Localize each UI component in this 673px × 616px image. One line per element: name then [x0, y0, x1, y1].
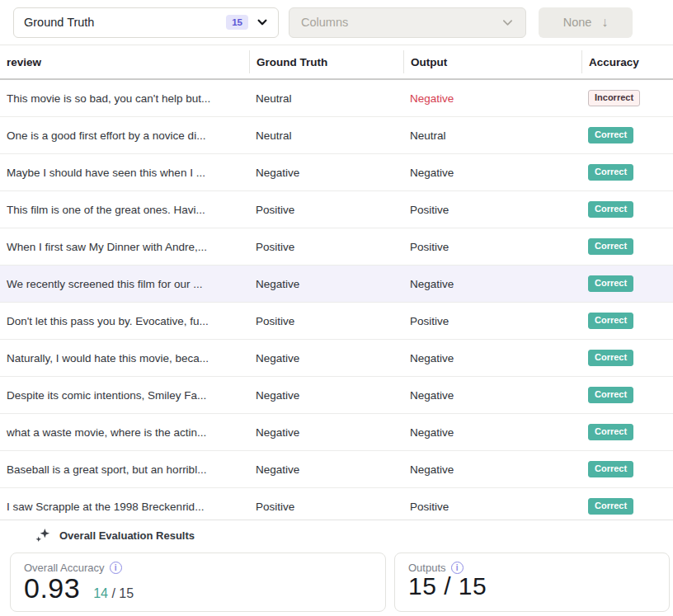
info-icon[interactable]: i	[110, 562, 122, 574]
accuracy-badge: Correct	[588, 201, 633, 218]
table-row[interactable]: We recently screened this film for our .…	[0, 266, 673, 303]
ground-truth-cell: Negative	[249, 352, 403, 364]
ground-truth-cell: Positive	[249, 315, 403, 327]
accuracy-cell: Correct	[581, 275, 673, 292]
review-cell: Naturally, I would hate this movie, beca…	[0, 352, 249, 364]
output-cell: Negative	[403, 92, 581, 105]
accuracy-cell: Correct	[581, 350, 673, 366]
ground-truth-dropdown-label: Ground Truth	[24, 16, 226, 29]
review-cell: When I first saw My Dinner with Andre,..…	[0, 241, 249, 253]
output-cell: Neutral	[403, 129, 581, 142]
outputs-card: Outputs i 15 / 15	[394, 553, 670, 612]
accuracy-fraction: 14 / 15	[93, 586, 134, 601]
output-cell: Positive	[403, 204, 581, 216]
sort-button-label: None	[563, 16, 592, 29]
accuracy-badge: Incorrect	[588, 90, 640, 106]
sort-button[interactable]: None ↓	[539, 7, 633, 38]
evaluation-results-panel: Ground Truth 15 Columns None ↓ review Gr…	[0, 0, 673, 616]
table-row[interactable]: Maybe I should have seen this when I ...…	[0, 154, 673, 191]
review-cell: what a waste movie, where is the actin..…	[0, 426, 249, 439]
accuracy-badge: Correct	[588, 461, 633, 477]
row-count-badge: 15	[226, 15, 248, 30]
accuracy-badge: Correct	[588, 164, 633, 181]
chevron-down-icon	[256, 16, 268, 28]
accuracy-badge: Correct	[588, 424, 633, 440]
review-cell: We recently screened this film for our .…	[0, 278, 249, 290]
results-table: review Ground Truth Output Accuracy This…	[0, 45, 673, 525]
ground-truth-cell: Positive	[249, 501, 403, 513]
column-header-review[interactable]: review	[0, 50, 249, 73]
ground-truth-cell: Neutral	[249, 92, 403, 105]
outputs-value: 15 / 15	[408, 572, 487, 600]
table-row[interactable]: Baseball is a great sport, but an horrib…	[0, 451, 673, 488]
overall-results-footer: Overall Evaluation Results Overall Accur…	[0, 520, 673, 616]
accuracy-badge: Correct	[588, 313, 633, 329]
review-cell: This film is one of the great ones. Havi…	[0, 204, 249, 216]
review-cell: Maybe I should have seen this when I ...	[0, 167, 249, 179]
review-cell: I saw Scrapple at the 1998 Breckenrid...	[0, 501, 249, 513]
review-cell: Despite its comic intentions, Smiley Fa.…	[0, 389, 249, 402]
output-cell: Negative	[403, 167, 581, 179]
table-row[interactable]: Don't let this pass you by. Evocative, f…	[0, 303, 673, 340]
footer-title: Overall Evaluation Results	[59, 529, 195, 542]
accuracy-cell: Correct	[581, 424, 673, 440]
columns-select[interactable]: Columns	[289, 7, 526, 38]
accuracy-cell: Correct	[581, 387, 673, 403]
accuracy-badge: Correct	[588, 238, 633, 255]
ground-truth-cell: Negative	[249, 463, 403, 476]
ground-truth-cell: Negative	[249, 167, 403, 179]
accuracy-cell: Correct	[581, 127, 673, 143]
footer-header: Overall Evaluation Results	[0, 520, 673, 543]
table-row[interactable]: This movie is so bad, you can't help but…	[0, 80, 673, 117]
column-header-ground-truth[interactable]: Ground Truth	[249, 50, 403, 73]
ground-truth-cell: Positive	[249, 204, 403, 216]
accuracy-cell: Correct	[581, 201, 673, 218]
output-cell: Negative	[403, 389, 581, 402]
overall-accuracy-value: 0.93	[24, 572, 80, 604]
accuracy-cell: Correct	[581, 313, 673, 329]
sparkles-icon	[35, 528, 50, 543]
column-header-accuracy[interactable]: Accuracy	[581, 50, 673, 73]
output-cell: Positive	[403, 241, 581, 253]
output-cell: Negative	[403, 352, 581, 364]
accuracy-badge: Correct	[588, 127, 633, 143]
toolbar: Ground Truth 15 Columns None ↓	[0, 0, 673, 45]
output-cell: Negative	[403, 278, 581, 290]
table-row[interactable]: Despite its comic intentions, Smiley Fa.…	[0, 377, 673, 414]
ground-truth-cell: Negative	[249, 389, 403, 402]
ground-truth-cell: Positive	[249, 241, 403, 253]
review-cell: Don't let this pass you by. Evocative, f…	[0, 315, 249, 327]
accuracy-badge: Correct	[588, 350, 633, 366]
accuracy-cell: Incorrect	[581, 90, 673, 106]
sort-direction-down-icon: ↓	[601, 16, 608, 29]
accuracy-cell: Correct	[581, 461, 673, 477]
ground-truth-dropdown[interactable]: Ground Truth 15	[13, 7, 279, 38]
table-row[interactable]: what a waste movie, where is the actin..…	[0, 414, 673, 451]
table-header: review Ground Truth Output Accuracy	[0, 45, 673, 80]
output-cell: Negative	[403, 463, 581, 476]
output-cell: Positive	[403, 501, 581, 513]
summary-cards: Overall Accuracy i 0.93 14 / 15 Outputs …	[10, 553, 670, 612]
table-row[interactable]: Naturally, I would hate this movie, beca…	[0, 340, 673, 377]
accuracy-cell: Correct	[581, 164, 673, 181]
accuracy-cell: Correct	[581, 498, 673, 515]
ground-truth-cell: Neutral	[249, 129, 403, 142]
review-cell: Baseball is a great sport, but an horrib…	[0, 463, 249, 476]
output-cell: Positive	[403, 315, 581, 327]
accuracy-badge: Correct	[588, 275, 633, 292]
ground-truth-cell: Negative	[249, 426, 403, 439]
overall-accuracy-card: Overall Accuracy i 0.93 14 / 15	[10, 553, 386, 612]
columns-select-placeholder: Columns	[301, 16, 501, 29]
output-cell: Negative	[403, 426, 581, 439]
table-row[interactable]: One is a good first effort by a novice d…	[0, 117, 673, 154]
table-row[interactable]: This film is one of the great ones. Havi…	[0, 191, 673, 228]
review-cell: This movie is so bad, you can't help but…	[0, 92, 249, 105]
column-header-output[interactable]: Output	[403, 50, 581, 73]
table-body: This movie is so bad, you can't help but…	[0, 80, 673, 525]
table-row[interactable]: When I first saw My Dinner with Andre,..…	[0, 228, 673, 266]
review-cell: One is a good first effort by a novice d…	[0, 129, 249, 142]
accuracy-badge: Correct	[588, 387, 633, 403]
accuracy-cell: Correct	[581, 238, 673, 255]
ground-truth-cell: Negative	[249, 278, 403, 290]
chevron-down-icon	[501, 16, 514, 29]
